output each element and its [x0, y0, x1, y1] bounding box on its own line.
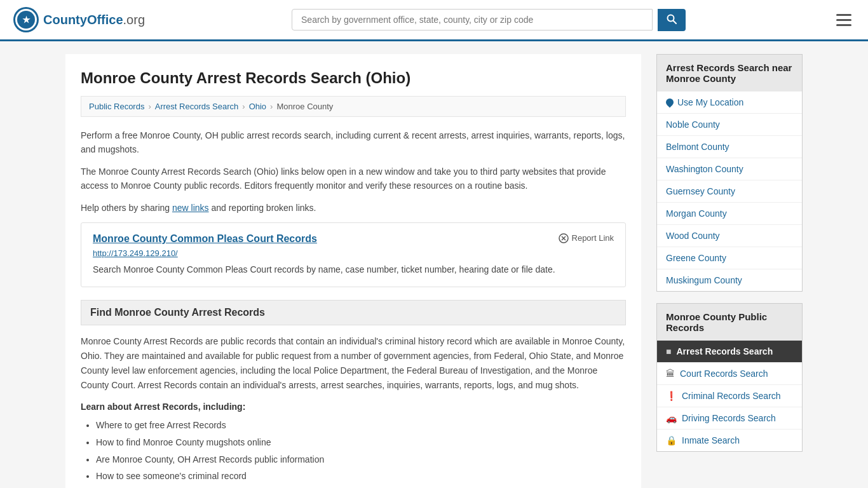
svg-line-5 — [674, 20, 677, 24]
search-input[interactable] — [292, 9, 653, 30]
criminal-icon: ❗ — [666, 391, 677, 401]
inmate-icon: 🔒 — [666, 435, 677, 445]
intro-text-3: Help others by sharing new links and rep… — [81, 201, 626, 215]
nearby-county-item: Washington County — [657, 158, 802, 180]
public-records-item-arrest[interactable]: ■ Arrest Records Search — [657, 341, 802, 363]
breadcrumb-sep: › — [270, 102, 273, 111]
learn-list: Where to get free Arrest Records How to … — [81, 417, 626, 488]
page-title: Monroe County Arrest Records Search (Ohi… — [81, 69, 626, 87]
public-records-item-criminal[interactable]: ❗ Criminal Records Search — [657, 385, 802, 407]
public-records-list: ■ Arrest Records Search 🏛 Court Records … — [656, 341, 803, 452]
intro-text-2: The Monroe County Arrest Records Search … — [81, 165, 626, 193]
arrest-records-search-link[interactable]: Arrest Records Search — [676, 346, 773, 356]
learn-item: Where to get free Arrest Records — [96, 417, 626, 434]
logo[interactable]: ★ CountyOffice.org — [13, 6, 145, 33]
learn-title: Learn about Arrest Records, including: — [81, 402, 626, 412]
link-item-header: Monroe County Common Pleas Court Records… — [93, 233, 614, 245]
menu-line — [836, 24, 851, 26]
nearby-county-item: Morgan County — [657, 203, 802, 225]
report-icon — [559, 233, 569, 243]
find-section-body: Monroe County Arrest Records are public … — [81, 334, 626, 393]
nearby-county-link[interactable]: Noble County — [666, 119, 720, 130]
intro3-prefix: Help others by sharing — [81, 203, 172, 213]
use-location-label: Use My Location — [677, 97, 743, 107]
report-link-label: Report Link — [572, 233, 614, 243]
learn-item: Are Monroe County, OH Arrest Records pub… — [96, 451, 626, 468]
driving-records-search-link[interactable]: Driving Records Search — [682, 413, 776, 423]
learn-item: How to see someone's criminal record — [96, 468, 626, 485]
nearby-county-item: Greene County — [657, 247, 802, 269]
breadcrumb-current: Monroe County — [276, 102, 333, 111]
new-links-link[interactable]: new links — [172, 203, 209, 213]
nearby-county-link[interactable]: Washington County — [666, 164, 743, 174]
breadcrumb-ohio[interactable]: Ohio — [249, 102, 266, 111]
public-records-item-inmate[interactable]: 🔒 Inmate Search — [657, 430, 802, 451]
location-icon — [665, 97, 675, 108]
nearby-county-link[interactable]: Morgan County — [666, 208, 727, 219]
court-records-search-link[interactable]: Court Records Search — [680, 369, 768, 379]
find-section-header: Find Monroe County Arrest Records — [81, 300, 626, 325]
find-section-title: Find Monroe County Arrest Records — [90, 307, 616, 318]
learn-item: How to find Monroe County mugshots onlin… — [96, 434, 626, 451]
menu-line — [836, 19, 851, 21]
nearby-county-item: Guernsey County — [657, 180, 802, 203]
nearby-county-link[interactable]: Belmont County — [666, 142, 729, 152]
driving-icon: 🚗 — [666, 413, 677, 423]
menu-button[interactable] — [832, 10, 855, 30]
site-header: ★ CountyOffice.org — [0, 0, 868, 41]
main-content: Monroe County Arrest Records Search (Ohi… — [65, 54, 641, 488]
logo-icon: ★ — [13, 6, 39, 33]
nearby-list: Use My Location Noble County Belmont Cou… — [656, 92, 803, 292]
link-desc: Search Monroe County Common Pleas Court … — [93, 263, 614, 276]
inmate-search-link[interactable]: Inmate Search — [682, 435, 740, 445]
search-button[interactable] — [658, 9, 686, 31]
nearby-county-item: Wood County — [657, 225, 802, 247]
nearby-header: Arrest Records Search near Monroe County — [656, 54, 803, 92]
nearby-county-link[interactable]: Greene County — [666, 253, 726, 263]
svg-text:★: ★ — [22, 15, 31, 25]
public-records-item-court[interactable]: 🏛 Court Records Search — [657, 363, 802, 385]
intro-text-1: Perform a free Monroe County, OH public … — [81, 128, 626, 157]
breadcrumb: Public Records › Arrest Records Search ›… — [81, 96, 626, 117]
search-area — [292, 9, 686, 31]
nearby-county-item: Muskingum County — [657, 269, 802, 291]
arrest-icon: ■ — [666, 346, 671, 356]
breadcrumb-arrest-records[interactable]: Arrest Records Search — [155, 102, 239, 111]
learn-item: What information is available in an Arre… — [96, 485, 626, 488]
breadcrumb-sep: › — [242, 102, 245, 111]
search-icon — [667, 14, 677, 24]
nearby-county-item: Noble County — [657, 114, 802, 136]
sidebar: Arrest Records Search near Monroe County… — [656, 54, 803, 488]
public-records-item-driving[interactable]: 🚗 Driving Records Search — [657, 407, 802, 430]
menu-line — [836, 14, 851, 16]
nearby-county-link[interactable]: Wood County — [666, 231, 720, 241]
court-icon: 🏛 — [666, 369, 675, 379]
main-container: Monroe County Arrest Records Search (Ohi… — [53, 41, 815, 488]
nearby-county-link[interactable]: Muskingum County — [666, 275, 742, 285]
link-url[interactable]: http://173.249.129.210/ — [93, 248, 614, 258]
logo-text: CountyOffice.org — [43, 13, 145, 27]
breadcrumb-sep: › — [148, 102, 151, 111]
nearby-county-link[interactable]: Guernsey County — [666, 186, 735, 196]
intro3-suffix: and reporting broken links. — [209, 203, 316, 213]
nearby-county-item: Belmont County — [657, 136, 802, 158]
use-my-location[interactable]: Use My Location — [657, 92, 802, 114]
report-link-button[interactable]: Report Link — [559, 233, 614, 243]
link-item-title[interactable]: Monroe County Common Pleas Court Records — [93, 233, 317, 245]
public-records-header: Monroe County Public Records — [656, 303, 803, 341]
breadcrumb-public-records[interactable]: Public Records — [89, 102, 144, 111]
link-item: Monroe County Common Pleas Court Records… — [81, 222, 626, 287]
criminal-records-search-link[interactable]: Criminal Records Search — [682, 391, 781, 401]
